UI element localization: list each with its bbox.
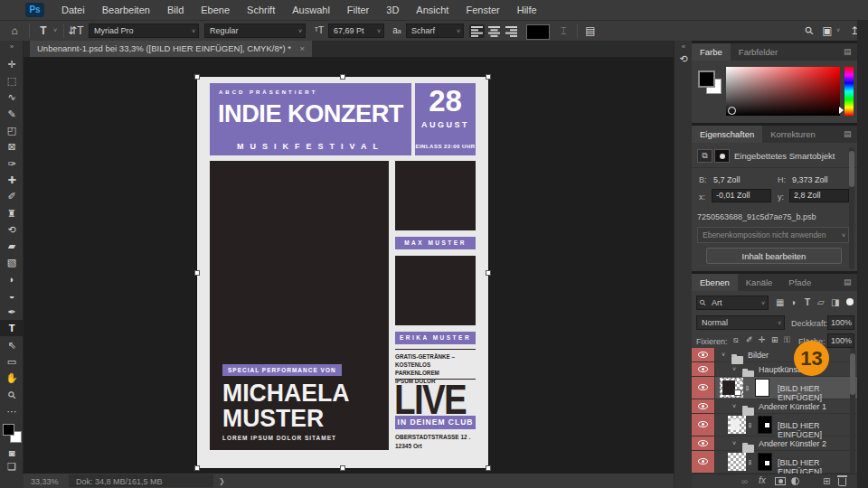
adjustment-layer-icon[interactable] — [791, 477, 799, 485]
align-center-icon[interactable] — [486, 24, 502, 38]
tab-eigenschaften[interactable]: Eigenschaften — [692, 126, 762, 143]
transform-handle[interactable] — [340, 74, 345, 80]
search-icon[interactable]: ⚲ — [797, 18, 822, 43]
toggle-panels-icon[interactable]: ▤ — [582, 21, 599, 41]
anti-alias-select[interactable]: Scharf ˅ — [406, 23, 464, 38]
mask-link-icon[interactable]: ∞ — [743, 386, 751, 391]
menu-ebene[interactable]: Ebene — [201, 5, 230, 15]
history-brush-tool[interactable]: ⟲ — [0, 221, 24, 238]
panel-color-swatches[interactable] — [698, 70, 722, 94]
transform-handle[interactable] — [194, 74, 200, 80]
layer-filter-select[interactable]: ⚲ Art ˅ — [696, 296, 769, 310]
mask-link-icon[interactable]: ∞ — [746, 423, 754, 428]
crop-tool[interactable]: ◰ — [0, 122, 24, 138]
layer-visibility-cell[interactable] — [692, 451, 715, 473]
canvas-area[interactable]: ABCD PRÄSENTIERT INDIE KONZERT MUSIKFEST… — [24, 57, 674, 474]
layer-thumbnail[interactable] — [728, 416, 746, 434]
tab-farbfelder[interactable]: Farbfelder — [731, 43, 786, 61]
menu-bearbeiten[interactable]: Bearbeiten — [102, 5, 150, 15]
layer-visibility-cell[interactable] — [692, 436, 715, 450]
layer-name[interactable]: Bilder — [748, 351, 769, 360]
layer-row-bilder[interactable]: ˅ Bilder — [692, 348, 857, 362]
x-position-input[interactable]: -0,01 Zoll — [712, 189, 771, 202]
link-layers-icon[interactable]: ∞ — [741, 476, 748, 486]
scrollbar[interactable] — [850, 348, 855, 474]
foreground-color-swatch[interactable] — [3, 424, 14, 436]
layer-thumbnail[interactable] — [728, 453, 746, 471]
fill-select[interactable]: 100% — [827, 333, 854, 348]
menu-schrift[interactable]: Schrift — [247, 5, 275, 15]
dodge-tool[interactable]: ◒ — [0, 287, 24, 304]
lock-position-icon[interactable]: ✛ — [759, 335, 766, 344]
history-panel-icon[interactable]: ⟲ — [675, 53, 693, 65]
menu-ansicht[interactable]: Ansicht — [416, 5, 448, 15]
foreground-color-swatch[interactable] — [698, 70, 715, 88]
type-tool-icon[interactable]: T — [34, 21, 52, 41]
layer-thumbnail[interactable] — [721, 379, 742, 397]
hue-slider-pointer[interactable] — [839, 107, 844, 114]
eye-icon[interactable] — [698, 403, 708, 409]
lock-pixels-icon[interactable]: ✐ — [746, 335, 753, 344]
layer-mask-thumbnail[interactable] — [758, 416, 772, 434]
menu-3d[interactable]: 3D — [386, 5, 399, 15]
lock-transparency-icon[interactable]: ⧅ — [733, 335, 739, 345]
font-style-select[interactable]: Regular ˅ — [204, 23, 306, 38]
layer-style-icon[interactable]: fx — [759, 475, 766, 485]
layer-row-hauptkuenstler[interactable]: ˅ Hauptkünstler — [692, 362, 857, 377]
screen-mode-icon[interactable]: ❏ — [0, 458, 24, 474]
layer-row-selected-smart-object[interactable]: ∞ [BILD HIER EINFÜGEN] — [692, 377, 857, 399]
layer-visibility-cell[interactable] — [692, 348, 715, 361]
layer-visibility-cell[interactable] — [692, 377, 715, 399]
healing-brush-tool[interactable]: ✚ — [0, 172, 24, 188]
quick-selection-tool[interactable]: ✎ — [0, 106, 24, 122]
layer-mask-thumbnail[interactable] — [758, 453, 772, 471]
eraser-tool[interactable]: ▰ — [0, 238, 24, 254]
layer-row-anderer-kuenstler-2[interactable]: ˅ Anderer Künstler 2 — [692, 436, 857, 451]
eye-icon[interactable] — [698, 384, 708, 390]
tool-preset-chevron-icon[interactable]: ˅ — [51, 21, 60, 41]
collapse-panels-icon[interactable]: « — [675, 42, 693, 51]
layer-name[interactable]: Anderer Künstler 1 — [759, 402, 826, 411]
frame-tool[interactable]: ⊠ — [0, 138, 24, 155]
pen-tool[interactable]: ✒ — [0, 304, 24, 320]
move-tool[interactable]: ✛ — [0, 56, 24, 72]
layer-row-smart-object[interactable]: ∞ [BILD HIER EINFÜGEN] — [692, 451, 857, 474]
text-orientation-icon[interactable]: ⇵T — [67, 21, 85, 41]
eye-icon[interactable] — [698, 352, 708, 358]
blur-tool[interactable]: ◗ — [0, 271, 24, 287]
marquee-tool[interactable]: ⬚ — [0, 72, 24, 89]
menu-datei[interactable]: Datei — [61, 5, 85, 15]
eye-icon[interactable] — [698, 366, 708, 372]
transform-handle[interactable] — [486, 270, 491, 276]
layer-visibility-cell[interactable] — [692, 414, 715, 436]
panel-menu-icon[interactable]: ▤ — [844, 278, 853, 286]
gradient-tool[interactable]: ▧ — [0, 254, 24, 270]
chevron-down-icon[interactable]: ˅ — [834, 21, 843, 41]
eye-icon[interactable] — [698, 421, 708, 427]
transform-handle[interactable] — [194, 270, 200, 276]
scrollbar[interactable] — [849, 147, 854, 269]
tab-korrekturen[interactable]: Korrekturen — [762, 126, 824, 143]
tab-pfade[interactable]: Pfade — [780, 274, 819, 291]
transform-handle[interactable] — [340, 465, 345, 471]
path-selection-tool[interactable]: ⇖ — [0, 337, 24, 353]
filter-smart-objects-icon[interactable]: ◨ — [831, 297, 839, 307]
eyedropper-tool[interactable]: ✑ — [0, 155, 24, 172]
transform-handle[interactable] — [486, 465, 491, 471]
layer-visibility-cell[interactable] — [692, 362, 715, 376]
toolbar-expand-icon[interactable]: » — [0, 41, 24, 53]
menu-fenster[interactable]: Fenster — [466, 5, 499, 15]
foreground-background-colors[interactable] — [3, 424, 21, 442]
new-layer-icon[interactable]: ⊞ — [823, 476, 830, 486]
menu-filter[interactable]: Filter — [347, 5, 369, 15]
font-family-select[interactable]: Myriad Pro ˅ — [89, 23, 199, 38]
y-position-input[interactable]: 2,8 Zoll — [789, 189, 849, 202]
mask-link-icon[interactable]: ∞ — [746, 460, 754, 465]
lasso-tool[interactable]: ∿ — [0, 89, 24, 105]
align-right-icon[interactable] — [504, 24, 519, 38]
edit-contents-button[interactable]: Inhalt bearbeiten — [706, 248, 842, 264]
layer-comp-select[interactable]: Ebenenkomposition nicht anwenden ˅ — [697, 227, 849, 243]
eye-icon[interactable] — [698, 458, 708, 465]
delete-layer-icon[interactable] — [838, 478, 846, 486]
transform-handle[interactable] — [486, 74, 491, 80]
